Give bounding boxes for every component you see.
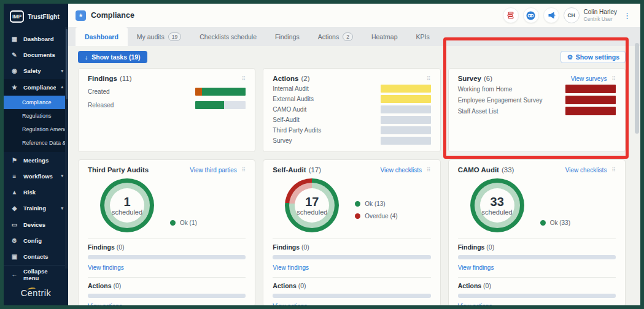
tab-checklists-schedule[interactable]: Checklists schedule	[190, 27, 266, 46]
released-bar	[195, 101, 246, 109]
drag-handle-icon[interactable]: ⠿	[427, 75, 431, 82]
survey-bar	[381, 137, 431, 145]
sidebar-item-compliance[interactable]: ★ Compliance ▴	[4, 79, 68, 96]
show-settings-label: Show settings	[576, 53, 619, 61]
camo-audit-card: CAMO Audit (33) View checklists ⠿ 33 sch…	[448, 159, 626, 305]
ok-dot-icon	[540, 220, 546, 226]
staff-asset-list-bar	[565, 107, 616, 115]
actions-section-title: Actions	[273, 282, 297, 289]
drag-handle-icon[interactable]: ⠿	[427, 167, 431, 173]
legend-count: (13)	[374, 200, 386, 207]
camo-donut-chart: 33 scheduled	[470, 178, 524, 232]
findings-card: Findings (11) ⠿ Created Released	[78, 68, 255, 152]
view-third-parties-link[interactable]: View third parties	[190, 167, 237, 174]
view-actions-link[interactable]: View actions	[273, 303, 307, 305]
link-icon[interactable]	[523, 7, 539, 23]
sidebar-subitem-label: Compliance	[22, 99, 52, 105]
tab-my-audits[interactable]: My audits 19	[128, 27, 190, 46]
findings-section-count: (0)	[301, 243, 309, 251]
sidebar-subitem-label: Regulation Amendments	[22, 126, 68, 132]
sidebar-item-dashboard[interactable]: ▦ Dashboard	[4, 31, 68, 47]
card-title: Survey	[458, 75, 481, 82]
view-surveys-link[interactable]: View surveys	[571, 75, 607, 82]
tab-label: Findings	[275, 33, 300, 40]
trustflight-logo-icon: IMP	[10, 10, 24, 23]
view-actions-link[interactable]: View actions	[88, 303, 122, 305]
actions-section-count: (0)	[113, 282, 121, 289]
legend-label: Overdue	[365, 213, 388, 219]
legend-item-ok: Ok (33)	[540, 219, 570, 226]
sidebar-subitem-regulation-amendments[interactable]: Regulation Amendments	[4, 123, 68, 136]
actions-progress-track	[458, 294, 616, 298]
sidebar-subitem-compliance[interactable]: Compliance	[4, 96, 68, 109]
actions-row-camo-audit: CAMO Audit	[273, 105, 430, 113]
divider	[273, 277, 430, 278]
sidebar-item-risk[interactable]: ▲ Risk	[4, 184, 68, 200]
view-checklists-link[interactable]: View checklists	[565, 167, 607, 174]
user-info: Colin Harley Centrik User	[584, 9, 617, 22]
tab-heatmap[interactable]: Heatmap	[362, 27, 407, 46]
findings-section-count: (0)	[117, 243, 125, 251]
view-actions-link[interactable]: View actions	[458, 303, 492, 305]
divider	[458, 277, 616, 278]
sidebar-item-label: Safety	[23, 67, 56, 74]
tab-bar: Dashboard My audits 19 Checklists schedu…	[68, 27, 640, 46]
kebab-menu-icon[interactable]: ⋮	[621, 11, 633, 20]
view-findings-link[interactable]: View findings	[88, 264, 124, 271]
risk-icon: ▲	[10, 189, 18, 196]
sidebar-item-training[interactable]: ◆ Training ▾	[4, 200, 68, 216]
sidebar-item-documents[interactable]: ✎ Documents	[4, 47, 68, 63]
view-findings-link[interactable]: View findings	[273, 264, 309, 271]
avatar[interactable]: CH	[564, 7, 580, 23]
tab-label: Actions	[318, 33, 339, 40]
findings-row-released: Released	[88, 101, 246, 109]
sidebar-item-label: Documents	[23, 52, 63, 58]
tab-badge: 2	[343, 32, 353, 41]
tab-actions[interactable]: Actions 2	[309, 27, 362, 46]
view-findings-link[interactable]: View findings	[458, 264, 494, 271]
tab-kpis[interactable]: KPIs	[407, 27, 439, 46]
centrik-logo-text: Centrik	[21, 288, 51, 298]
sidebar-item-config[interactable]: ⚙ Config	[4, 232, 68, 248]
findings-section-title: Findings	[88, 243, 115, 251]
self-audit-card: Self-Audit (17) View checklists ⠿ 17 sch…	[263, 159, 440, 305]
legend-item-ok: Ok (13)	[355, 200, 397, 207]
scheduled-count: 1	[123, 196, 130, 208]
chevron-up-icon: ▴	[61, 85, 63, 90]
sidebar-item-workflows[interactable]: ≡ Workflows ▾	[4, 168, 68, 184]
survey-row-working-from-home: Working from Home	[458, 85, 616, 93]
external-audits-bar	[381, 95, 431, 103]
megaphone-icon[interactable]	[543, 7, 559, 23]
drag-handle-icon[interactable]: ⠿	[611, 75, 616, 82]
view-checklists-link[interactable]: View checklists	[380, 167, 422, 174]
sidebar-subitem-label: Regulations	[22, 113, 52, 119]
sidebar-item-meetings[interactable]: ⚑ Meetings	[4, 152, 68, 168]
tab-dashboard[interactable]: Dashboard	[76, 27, 128, 46]
self-audit-donut-section: 17 scheduled Ok (13) Overdue (4)	[285, 178, 430, 234]
drag-handle-icon[interactable]: ⠿	[242, 75, 246, 82]
drag-handle-icon[interactable]: ⠿	[242, 167, 246, 173]
show-settings-button[interactable]: ⚙ Show settings	[561, 51, 626, 63]
actions-row-external-audits: External Audits	[273, 95, 430, 103]
donut-legend: Ok (1)	[170, 178, 197, 234]
actions-section-title: Actions	[88, 282, 112, 289]
user-name: Colin Harley	[584, 9, 617, 16]
sidebar-subitem-reference-data[interactable]: Reference Data & Ana...	[4, 136, 68, 150]
drag-handle-icon[interactable]: ⠿	[611, 167, 616, 173]
sidebar-item-devices[interactable]: ▭ Devices	[4, 216, 68, 232]
sidebar-item-contacts[interactable]: ▣ Contacts	[4, 249, 68, 265]
centrik-logo: Centrik	[4, 283, 68, 305]
divider	[458, 238, 616, 239]
sidebar-subitem-regulations[interactable]: Regulations	[4, 109, 68, 123]
feed-icon[interactable]	[503, 7, 519, 23]
sidebar-scrollbar-thumb[interactable]	[66, 29, 68, 99]
bar-label: Staff Asset List	[458, 108, 565, 115]
tab-findings[interactable]: Findings	[266, 27, 309, 46]
show-tasks-button[interactable]: ↓ Show tasks (19)	[78, 51, 147, 63]
sidebar-item-label: Training	[23, 205, 56, 212]
survey-row-staff-asset-list: Staff Asset List	[458, 107, 616, 115]
actions-progress-track	[273, 294, 430, 298]
collapse-menu-button[interactable]: ← Collapse menu	[4, 265, 68, 283]
sidebar-item-safety[interactable]: ◉ Safety ▾	[4, 63, 68, 79]
main-scrollbar-thumb[interactable]	[635, 43, 639, 134]
